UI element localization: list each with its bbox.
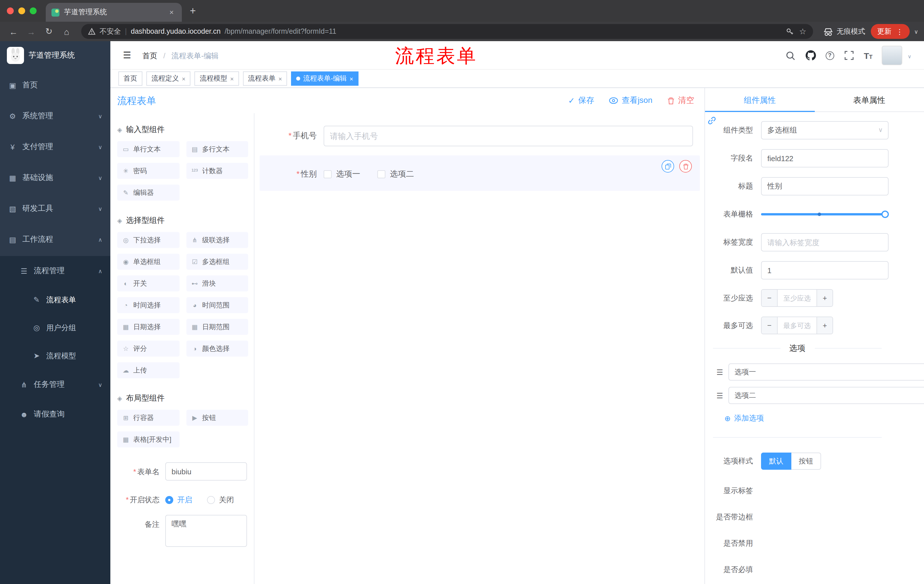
sidebar-item-leave-query[interactable]: ☻ 请假查询: [0, 400, 111, 429]
phone-input[interactable]: [323, 126, 693, 146]
reload-button[interactable]: ↻: [41, 26, 57, 36]
remark-textarea[interactable]: 嘿嘿: [165, 515, 247, 547]
browser-tab[interactable]: 芋道管理系统 ×: [46, 3, 182, 22]
stepper-plus-button[interactable]: +: [817, 317, 833, 334]
search-icon[interactable]: [785, 50, 795, 61]
drag-handle-icon[interactable]: ☰: [716, 368, 723, 376]
font-size-icon[interactable]: TT: [864, 51, 873, 60]
title-input[interactable]: [761, 177, 889, 196]
page-tag[interactable]: 流程定义 ×: [146, 71, 191, 86]
sidebar-item-user-group[interactable]: ◎ 用户分组: [0, 314, 111, 342]
palette-item[interactable]: ▭ 单行文本: [117, 141, 179, 157]
sidebar-item-infra[interactable]: ▦ 基础设施 ∨: [0, 162, 111, 193]
canvas-field-gender[interactable]: *性别 选项一 选项二: [260, 155, 700, 191]
address-bar[interactable]: 不安全 | dashboard.yudao.iocoder.cn/bpm/man…: [81, 24, 813, 39]
default-value-input[interactable]: [761, 261, 889, 280]
tab-form-props[interactable]: 表单属性: [815, 88, 924, 112]
add-option-button[interactable]: ⊕ 添加选项: [710, 413, 889, 423]
palette-item[interactable]: ▶ 按钮: [186, 410, 248, 426]
new-tab-button[interactable]: +: [190, 5, 196, 17]
field-name-input[interactable]: [761, 149, 889, 168]
palette-item[interactable]: ◎ 下拉选择: [117, 232, 179, 248]
save-button[interactable]: ✓ 保存: [568, 95, 594, 106]
sidebar-item-payment[interactable]: ¥ 支付管理 ∨: [0, 132, 111, 162]
delete-field-button[interactable]: [679, 160, 692, 173]
github-icon[interactable]: [805, 50, 816, 61]
help-icon[interactable]: ?: [825, 51, 834, 60]
style-default-button[interactable]: 默认: [761, 452, 791, 470]
tab-component-props[interactable]: 组件属性: [705, 88, 815, 112]
stepper-plus-button[interactable]: +: [817, 290, 833, 306]
checkbox-option-2[interactable]: 选项二: [377, 169, 414, 179]
palette-item[interactable]: ◉ 单选框组: [117, 254, 179, 270]
sidebar-item-home[interactable]: ▣ 首页: [0, 70, 111, 100]
home-button[interactable]: ⌂: [59, 26, 74, 36]
grid-slider[interactable]: [761, 213, 885, 216]
drag-handle-icon[interactable]: ☰: [716, 391, 723, 400]
breadcrumb-home[interactable]: 首页: [142, 51, 157, 60]
close-window-button[interactable]: [7, 7, 14, 14]
palette-item[interactable]: ◐ 开关: [117, 275, 179, 291]
slider-knob[interactable]: [881, 211, 889, 218]
page-tag[interactable]: 流程表单 ×: [243, 71, 287, 86]
sidebar-item-process-form[interactable]: ✎ 流程表单: [0, 286, 111, 314]
palette-item[interactable]: ✳ 密码: [117, 163, 179, 179]
forward-button[interactable]: →: [23, 26, 39, 36]
sidebar-item-process-mgmt[interactable]: ☰ 流程管理 ∧: [0, 256, 111, 286]
stepper-minus-button[interactable]: −: [762, 290, 778, 306]
avatar-caret-icon[interactable]: ∨: [908, 54, 911, 59]
palette-item[interactable]: ⋔ 级联选择: [186, 232, 248, 248]
copy-field-button[interactable]: [662, 160, 674, 173]
palette-item[interactable]: ⊞ 行容器: [117, 410, 179, 426]
palette-item[interactable]: ▦ 日期选择: [117, 319, 179, 335]
update-button[interactable]: 更新 ⋮: [871, 24, 909, 39]
option-label-input[interactable]: [728, 364, 924, 380]
palette-item[interactable]: ▤ 多行文本: [186, 141, 248, 157]
bookmark-star-icon[interactable]: ☆: [799, 27, 806, 36]
clear-button[interactable]: 清空: [667, 95, 694, 106]
sidebar-item-devtools[interactable]: ▧ 研发工具 ∨: [0, 193, 111, 224]
palette-item[interactable]: ▦ 表格[开发中]: [117, 431, 179, 447]
sidebar-item-process-model[interactable]: ➤ 流程模型: [0, 342, 111, 370]
view-json-button[interactable]: 查看json: [609, 95, 652, 106]
tag-close-icon[interactable]: ×: [182, 75, 186, 82]
palette-item[interactable]: ◕ 时间范围: [186, 297, 248, 313]
palette-item[interactable]: ☑ 多选框组: [186, 254, 248, 270]
user-avatar[interactable]: [882, 46, 902, 65]
style-button-button[interactable]: 按钮: [791, 452, 821, 470]
palette-item[interactable]: ◑ 颜色选择: [186, 341, 248, 357]
option-label-input[interactable]: [728, 387, 924, 404]
status-radio-off[interactable]: 关闭: [207, 495, 234, 505]
tab-close-icon[interactable]: ×: [167, 8, 176, 16]
palette-item[interactable]: ✎ 编辑器: [117, 184, 179, 201]
form-name-input[interactable]: [165, 462, 247, 480]
label-width-input[interactable]: [761, 233, 889, 252]
tag-close-icon[interactable]: ×: [230, 75, 234, 82]
security-label[interactable]: 不安全: [99, 26, 121, 36]
page-tag[interactable]: 首页: [118, 71, 142, 86]
palette-item[interactable]: ⊷ 滑块: [186, 275, 248, 291]
palette-item[interactable]: ¹²³ 计数器: [186, 163, 248, 179]
more-icon[interactable]: ⋮: [896, 27, 903, 36]
sidebar-item-system[interactable]: ⚙ 系统管理 ∨: [0, 100, 111, 132]
page-tag[interactable]: 流程表单-编辑 ×: [291, 71, 358, 86]
sidebar-item-task-mgmt[interactable]: ⋔ 任务管理 ∨: [0, 370, 111, 400]
component-type-select[interactable]: ∨: [761, 121, 889, 140]
palette-item[interactable]: ▦ 日期范围: [186, 319, 248, 335]
status-radio-on[interactable]: 开启: [165, 495, 192, 505]
page-tag[interactable]: 流程模型 ×: [195, 71, 239, 86]
sidebar-item-workflow[interactable]: ▤ 工作流程 ∧: [0, 224, 111, 255]
minimize-window-button[interactable]: [18, 7, 25, 14]
palette-item[interactable]: ◔ 时间选择: [117, 297, 179, 313]
password-key-icon[interactable]: [785, 28, 794, 35]
fullscreen-icon[interactable]: [844, 50, 854, 61]
palette-item[interactable]: ☁ 上传: [117, 362, 179, 378]
checkbox-option-1[interactable]: 选项一: [323, 169, 360, 179]
stepper-minus-button[interactable]: −: [762, 317, 778, 334]
palette-item[interactable]: ☆ 评分: [117, 341, 179, 357]
tag-close-icon[interactable]: ×: [350, 75, 353, 82]
zoom-window-button[interactable]: [30, 7, 36, 14]
collapse-menu-icon[interactable]: ☰: [123, 50, 131, 61]
browser-menu-caret-icon[interactable]: ∨: [914, 28, 918, 35]
max-select-input[interactable]: [778, 317, 817, 334]
